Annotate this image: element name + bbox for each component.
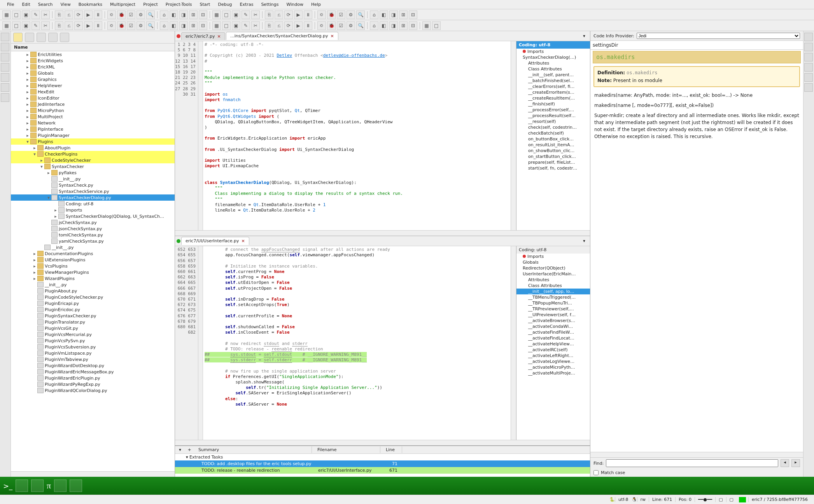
tree-item-pluginvmlistspace-py[interactable]: PluginVmListspace.py bbox=[11, 350, 175, 356]
toolbar-btn-20[interactable]: ▦ bbox=[212, 10, 221, 19]
expand-icon[interactable]: ▸ bbox=[32, 251, 37, 256]
expand-icon[interactable]: ▸ bbox=[53, 208, 58, 213]
shell-prompt-icon[interactable]: >_ bbox=[3, 482, 12, 490]
toolbar-btn-16[interactable]: ◧ bbox=[170, 21, 178, 30]
toolbar-btn-23[interactable]: ✎ bbox=[242, 21, 250, 30]
toolbar-btn-5[interactable]: ⎘ bbox=[55, 21, 63, 30]
bottombar-btn-clock-icon[interactable] bbox=[54, 480, 67, 492]
tasks-add-icon[interactable]: + bbox=[186, 447, 193, 452]
sidebar-tab-others-icon[interactable] bbox=[60, 33, 69, 42]
tree-item-globals[interactable]: ▸Globals bbox=[11, 70, 175, 76]
toolbar-btn-39[interactable]: ⊟ bbox=[409, 21, 417, 30]
toolbar-btn-14[interactable]: 🔍 bbox=[146, 10, 155, 19]
toolbar-btn-34[interactable]: 🔍 bbox=[356, 21, 365, 30]
toolbar-btn-36[interactable]: ◧ bbox=[380, 10, 388, 19]
toolbar-btn-28[interactable]: ▶ bbox=[294, 10, 303, 19]
outline-item[interactable]: Attributes bbox=[516, 60, 590, 66]
toolbar-btn-30[interactable]: ⛭ bbox=[317, 21, 326, 30]
close-icon[interactable]: × bbox=[217, 34, 221, 39]
toolbar-btn-12[interactable]: ☑ bbox=[127, 21, 135, 30]
expand-icon[interactable]: ▸ bbox=[32, 270, 37, 275]
tree-item-network[interactable]: ▸Network bbox=[11, 120, 175, 126]
menu-view[interactable]: View bbox=[57, 1, 75, 8]
tree-item-iconeditor[interactable]: ▸IconEditor bbox=[11, 95, 175, 101]
tree-item-syntaxcheckerdialog-qdialog-ui-syntaxch-[interactable]: ▸SyntaxCheckerDialog(QDialog, Ui_SyntaxC… bbox=[11, 213, 175, 219]
tree-item-ericutilities[interactable]: ▸EricUtilities bbox=[11, 51, 175, 58]
toolbar-btn-35[interactable]: ⌂ bbox=[370, 21, 378, 30]
close-icon[interactable]: × bbox=[330, 33, 334, 38]
expand-icon[interactable]: ▾ bbox=[39, 164, 44, 169]
toolbar-btn-7[interactable]: ⟳ bbox=[74, 21, 83, 30]
toolbar-btn-6[interactable]: ⎌ bbox=[65, 10, 73, 19]
outline-item[interactable]: __batchFinished(sel… bbox=[516, 78, 590, 84]
toolbar-btn-36[interactable]: ◧ bbox=[380, 21, 388, 30]
outline-item[interactable]: __TBPopupMenuTri… bbox=[516, 300, 590, 306]
sidebar-tab-translations-icon[interactable] bbox=[48, 33, 58, 42]
rail-help-icon[interactable] bbox=[804, 43, 813, 51]
tasks-collapse-icon[interactable]: ▾ bbox=[177, 447, 184, 452]
expand-icon[interactable]: ▸ bbox=[25, 83, 30, 88]
toolbar-btn-33[interactable]: ⚙ bbox=[347, 21, 355, 30]
toolbar-btn-14[interactable]: 🔍 bbox=[146, 21, 155, 30]
outline-item[interactable]: __createResultItem(… bbox=[516, 95, 590, 101]
expand-icon[interactable]: ▾ bbox=[46, 195, 51, 200]
toolbar-btn-22[interactable]: ▣ bbox=[232, 10, 240, 19]
expand-icon[interactable]: ▸ bbox=[32, 257, 37, 262]
editor2-code[interactable]: # connect the appFocusChanged signal aft… bbox=[203, 246, 511, 440]
toolbar-btn-29[interactable]: ⏸ bbox=[304, 10, 312, 19]
tree-item-pipinterface[interactable]: ▸PipInterface bbox=[11, 126, 175, 132]
tree-item-multiproject[interactable]: ▸MultiProject bbox=[11, 114, 175, 120]
task-row[interactable]: TODO: add .desktop files for the eric to… bbox=[175, 460, 590, 467]
outline-item[interactable]: __init__(self, app, lo… bbox=[516, 289, 590, 294]
editor2-tab-userinterface[interactable]: eric7/UI/UserInterface.py × bbox=[181, 237, 249, 245]
toolbar-btn-17[interactable]: ◨ bbox=[179, 10, 188, 19]
menu-edit[interactable]: Edit bbox=[18, 1, 34, 8]
expand-icon[interactable]: ▸ bbox=[32, 276, 37, 281]
toolbar-btn-30[interactable]: ⛭ bbox=[317, 10, 326, 19]
tree-item-viewmanagerplugins[interactable]: ▸ViewManagerPlugins bbox=[11, 269, 175, 275]
menu-window[interactable]: Window bbox=[283, 1, 307, 8]
tree-item-wizardplugins[interactable]: ▸WizardPlugins bbox=[11, 275, 175, 282]
outline-item[interactable]: __processError(self,… bbox=[516, 107, 590, 113]
outline-item[interactable]: __createErrorItem(s… bbox=[516, 89, 590, 95]
tree-item-pluginwizardpyregexp-py[interactable]: PluginWizardPyRegExp.py bbox=[11, 381, 175, 387]
rail-files-icon[interactable] bbox=[1, 43, 9, 51]
tasks-section-extracted[interactable]: ▾ Extracted Tasks bbox=[175, 454, 590, 460]
toolbar-btn-24[interactable]: ✂ bbox=[251, 10, 260, 19]
tree-item-pluginwizarddotdesktop-py[interactable]: PluginWizardDotDesktop.py bbox=[11, 362, 175, 369]
editor1-tab-syntaxchecker[interactable]: …ins/SyntaxChecker/SyntaxCheckerDialog.p… bbox=[226, 32, 338, 40]
tree-item-plugins[interactable]: ▾Plugins bbox=[11, 138, 175, 145]
editor2-fold-margin[interactable] bbox=[198, 246, 203, 440]
tree-item--init-py[interactable]: __init__.py bbox=[11, 282, 175, 288]
editor1-code[interactable]: # -*- coding: utf-8 -*- # Copyright (c) … bbox=[203, 41, 511, 230]
toolbar-btn-26[interactable]: ⎌ bbox=[275, 10, 283, 19]
tree-item-aboutplugin[interactable]: ▸AboutPlugin bbox=[11, 145, 175, 151]
toolbar-btn-13[interactable]: ⚙ bbox=[137, 10, 145, 19]
tree-item-pluginabout-py[interactable]: PluginAbout.py bbox=[11, 288, 175, 294]
tree-item-pyflakes[interactable]: ▸pyflakes bbox=[11, 170, 175, 176]
outline-item[interactable]: on_buttonBox_click… bbox=[516, 136, 590, 142]
menu-multiproject[interactable]: Multiproject bbox=[106, 1, 139, 8]
toolbar-btn-12[interactable]: ☑ bbox=[127, 10, 135, 19]
editor1-tab-menu-icon[interactable]: ▾ bbox=[581, 33, 588, 38]
toolbar-btn-25[interactable]: ⎘ bbox=[265, 10, 273, 19]
toolbar-btn-19[interactable]: ⊟ bbox=[199, 10, 207, 19]
bottombar-btn-tasks-icon[interactable] bbox=[16, 480, 28, 492]
toolbar-btn-8[interactable]: ▶ bbox=[84, 10, 93, 19]
rail-search-icon[interactable] bbox=[1, 53, 9, 61]
tree-item-plugincodestylechecker-py[interactable]: PluginCodeStyleChecker.py bbox=[11, 294, 175, 300]
toolbar-btn-3[interactable]: ✎ bbox=[32, 21, 40, 30]
tasks-col-filename[interactable]: Filename bbox=[314, 446, 380, 453]
tree-item-syntaxcheckerdialog-py[interactable]: ▾SyntaxCheckerDialog.py bbox=[11, 194, 175, 201]
tree-item-imports[interactable]: ▸Imports bbox=[11, 207, 175, 213]
tree-item-documentationplugins[interactable]: ▸DocumentationPlugins bbox=[11, 250, 175, 257]
rail-info-icon[interactable] bbox=[804, 33, 813, 41]
outline-item[interactable]: __activateIRC(self) bbox=[516, 347, 590, 353]
expand-icon[interactable]: ▸ bbox=[25, 58, 30, 63]
menu-bookmarks[interactable]: Bookmarks bbox=[75, 1, 106, 8]
toolbar-btn-33[interactable]: ⚙ bbox=[347, 10, 355, 19]
rail-vcs-icon[interactable] bbox=[1, 73, 9, 82]
toolbar-btn-26[interactable]: ⎌ bbox=[275, 21, 283, 30]
info-provider-select[interactable]: Jedi bbox=[637, 33, 800, 39]
tree-item-hexedit[interactable]: ▸HexEdit bbox=[11, 89, 175, 95]
